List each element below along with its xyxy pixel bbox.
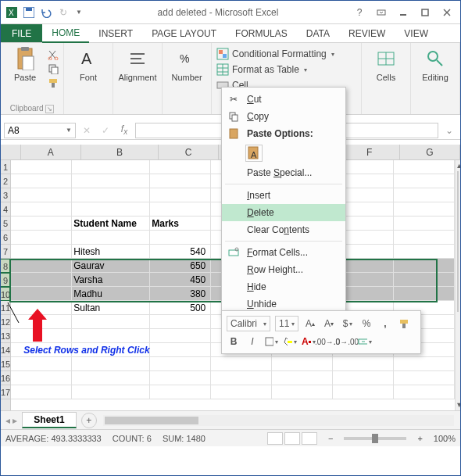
ctx-insert[interactable]: Insert <box>222 187 345 204</box>
zoom-slider[interactable] <box>344 437 406 440</box>
conditional-formatting-button[interactable]: Conditional Formatting▾ <box>216 46 334 62</box>
ctx-paste-default[interactable]: A <box>222 142 345 164</box>
row-header[interactable]: 13 <box>1 329 10 343</box>
view-buttons[interactable] <box>267 432 317 445</box>
row-header[interactable]: 8 <box>1 259 10 273</box>
normal-view-icon[interactable] <box>267 432 283 445</box>
comma-format-icon[interactable]: , <box>378 317 392 331</box>
cell[interactable]: Hitesh <box>72 245 150 259</box>
alignment-dropdown[interactable]: Alignment <box>118 46 157 82</box>
clipboard-launcher-icon[interactable]: ↘ <box>45 105 54 113</box>
scroll-thumb[interactable] <box>457 171 459 312</box>
name-box[interactable]: A8▼ <box>4 123 76 138</box>
row-header[interactable]: 9 <box>1 273 10 287</box>
merge-center-icon[interactable]: ▾ <box>358 335 372 349</box>
tab-file[interactable]: FILE <box>1 24 42 42</box>
copy-icon[interactable] <box>48 63 59 74</box>
horizontal-scrollbar[interactable] <box>103 415 454 426</box>
decrease-font-icon[interactable]: A▾ <box>322 317 336 331</box>
redo-icon[interactable]: ↻ <box>57 6 70 19</box>
tab-insert[interactable]: INSERT <box>89 24 142 42</box>
cut-icon[interactable] <box>48 49 59 60</box>
increase-font-icon[interactable]: A▴ <box>303 317 317 331</box>
tab-home[interactable]: HOME <box>42 24 89 43</box>
add-sheet-button[interactable]: + <box>81 413 97 428</box>
format-painter-icon[interactable] <box>397 317 411 331</box>
page-layout-view-icon[interactable] <box>284 432 300 445</box>
col-header-B[interactable]: B <box>81 145 159 159</box>
ctx-clear-contents[interactable]: Clear Contents <box>222 221 345 238</box>
cancel-formula-icon[interactable]: ✕ <box>79 123 95 138</box>
row-header[interactable]: 6 <box>1 231 10 245</box>
cell[interactable]: 450 <box>150 273 211 287</box>
sheet-tab[interactable]: Sheet1 <box>22 412 76 428</box>
number-dropdown[interactable]: % Number <box>167 46 206 82</box>
bold-button[interactable]: B <box>227 335 241 349</box>
increase-decimal-icon[interactable]: .00→.0 <box>320 335 334 349</box>
editing-dropdown[interactable]: Editing <box>416 46 455 82</box>
tab-review[interactable]: REVIEW <box>339 24 395 42</box>
font-color-button[interactable]: A▾ <box>302 335 316 349</box>
tab-data[interactable]: DATA <box>297 24 339 42</box>
cell[interactable]: Marks <box>150 217 211 231</box>
decrease-decimal-icon[interactable]: .0→.00 <box>339 335 353 349</box>
ribbon-options-icon[interactable] <box>371 5 391 20</box>
cell[interactable]: Student Name <box>72 217 150 231</box>
fx-icon[interactable]: fx <box>116 123 132 138</box>
cell[interactable]: Sultan <box>72 301 150 315</box>
font-dropdown[interactable]: A Font <box>69 46 108 82</box>
row-header[interactable]: 17 <box>1 385 10 399</box>
minimize-button[interactable] <box>393 5 413 20</box>
tab-view[interactable]: VIEW <box>395 24 438 42</box>
maximize-button[interactable] <box>415 5 435 20</box>
row-header[interactable]: 2 <box>1 174 10 188</box>
ctx-cut[interactable]: ✂CuCutt <box>222 91 345 108</box>
zoom-out-button[interactable]: − <box>328 434 333 443</box>
row-header[interactable]: 3 <box>1 188 10 202</box>
zoom-in-button[interactable]: + <box>417 434 422 443</box>
cell[interactable]: Varsha <box>72 273 150 287</box>
ctx-row-height[interactable]: Row Height... <box>222 261 345 278</box>
row-header[interactable]: 15 <box>1 357 10 371</box>
row-header[interactable]: 16 <box>1 371 10 385</box>
ctx-delete[interactable]: Delete <box>222 204 345 221</box>
mini-font-select[interactable]: Calibri▾ <box>227 316 270 331</box>
row-header[interactable]: 1 <box>1 160 10 174</box>
row-header[interactable]: 10 <box>1 287 10 301</box>
fill-color-button[interactable]: ▾ <box>283 335 297 349</box>
format-as-table-button[interactable]: Format as Table▾ <box>216 62 334 77</box>
col-header-A[interactable]: A <box>21 145 81 159</box>
sheet-nav[interactable]: ◂ ▸ <box>1 415 22 426</box>
cell[interactable]: 650 <box>150 259 211 273</box>
undo-icon[interactable] <box>40 6 52 19</box>
ctx-paste-special[interactable]: Paste Special... <box>222 164 345 181</box>
accounting-format-icon[interactable]: $▾ <box>341 317 355 331</box>
tab-formulas[interactable]: FORMULAS <box>226 24 297 42</box>
qat-dropdown-icon[interactable]: ▼ <box>76 9 82 16</box>
cells-dropdown[interactable]: Cells <box>366 46 406 82</box>
col-header-C[interactable]: C <box>159 145 219 159</box>
tab-page-layout[interactable]: PAGE LAYOUT <box>142 24 226 42</box>
ctx-copy[interactable]: Copy <box>222 108 345 125</box>
mini-size-select[interactable]: 11▾ <box>275 316 298 331</box>
select-all-corner[interactable] <box>1 145 21 160</box>
cell[interactable]: 380 <box>150 287 211 301</box>
percent-format-icon[interactable]: % <box>359 317 373 331</box>
vertical-scrollbar[interactable]: ▲ ▼ <box>455 160 460 410</box>
row-header[interactable]: 5 <box>1 217 10 231</box>
ctx-hide[interactable]: Hide <box>222 278 345 295</box>
cell[interactable]: 540 <box>150 245 211 259</box>
col-header-G[interactable]: G <box>400 145 460 159</box>
cell[interactable]: 500 <box>150 301 211 315</box>
cell[interactable]: Gaurav <box>72 259 150 273</box>
italic-button[interactable]: I <box>245 335 259 349</box>
paste-button[interactable]: Paste <box>5 46 45 88</box>
row-header[interactable]: 4 <box>1 202 10 217</box>
row-header[interactable]: 14 <box>1 343 10 357</box>
enter-formula-icon[interactable]: ✓ <box>98 123 113 138</box>
row-header[interactable]: 7 <box>1 245 10 259</box>
format-painter-icon[interactable] <box>48 77 59 88</box>
help-icon[interactable]: ? <box>349 5 370 20</box>
zoom-level[interactable]: 100% <box>434 434 456 443</box>
scroll-up-icon[interactable]: ▲ <box>456 160 460 171</box>
